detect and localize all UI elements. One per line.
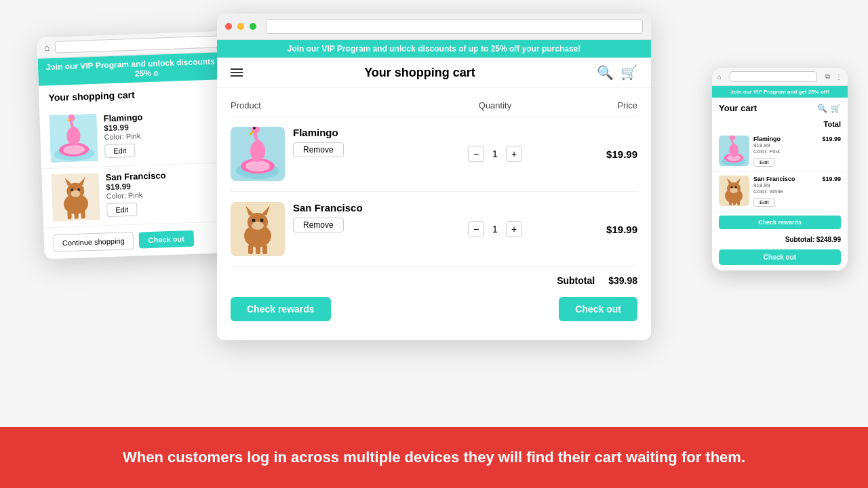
svg-rect-33 bbox=[256, 245, 260, 254]
hamburger-menu[interactable] bbox=[231, 68, 243, 77]
bottom-banner-text: When customers log in across multiple de… bbox=[123, 449, 745, 466]
right-fox-img bbox=[719, 176, 749, 206]
right-checkout-button[interactable]: Check out bbox=[719, 249, 841, 265]
center-addressbar[interactable] bbox=[266, 19, 643, 34]
right-menu-icon: ⋮ bbox=[835, 73, 842, 81]
right-cart-icon[interactable]: 🛒 bbox=[831, 104, 841, 113]
sanfrancisco-qty-increase[interactable]: + bbox=[506, 221, 522, 237]
left-checkout-button[interactable]: Check out bbox=[138, 230, 194, 249]
right-home-icon: ⌂ bbox=[717, 73, 722, 81]
svg-rect-49 bbox=[729, 201, 732, 205]
left-addressbar[interactable] bbox=[55, 35, 225, 54]
cart-subtotal: Subtotal $39.98 bbox=[231, 267, 637, 291]
sanfrancisco-info: San Francisco Remove bbox=[293, 202, 363, 232]
sanfrancisco-qty-cell: − 1 + bbox=[434, 221, 556, 237]
svg-point-31 bbox=[260, 219, 264, 222]
flamingo-qty-cell: − 1 + bbox=[434, 146, 556, 162]
cart-table-header: Product Quantity Price bbox=[231, 95, 637, 117]
right-tab-count: ⧉ bbox=[825, 73, 830, 81]
right-titlebar: ⌂ ⧉ ⋮ bbox=[712, 68, 848, 86]
center-vip-banner: Join our VIP Program and unlock discount… bbox=[217, 40, 651, 58]
continue-shopping-button[interactable]: Continue shopping bbox=[54, 232, 134, 252]
right-cart-header: Your cart 🔍 🛒 bbox=[712, 98, 848, 119]
center-titlebar bbox=[217, 14, 651, 40]
svg-point-23 bbox=[253, 127, 256, 129]
right-addressbar[interactable] bbox=[730, 71, 817, 82]
svg-point-21 bbox=[250, 140, 265, 162]
sanfrancisco-product-cell: San Francisco Remove bbox=[231, 202, 434, 256]
center-fox-img bbox=[231, 202, 285, 256]
right-flamingo-edit-button[interactable]: Edit bbox=[753, 158, 775, 167]
flamingo-qty-value: 1 bbox=[488, 148, 502, 159]
left-fox-img bbox=[51, 173, 100, 222]
cart-icon[interactable]: 🛒 bbox=[620, 64, 637, 81]
svg-rect-50 bbox=[733, 201, 736, 205]
subtotal-label: Subtotal bbox=[557, 275, 595, 286]
cart-row-sanfrancisco: San Francisco Remove − 1 + $19.99 bbox=[231, 192, 637, 267]
right-subtotal: Subtotal: $248.99 bbox=[712, 233, 848, 246]
home-icon: ⌂ bbox=[44, 42, 50, 53]
right-flamingo-img bbox=[719, 136, 749, 166]
svg-point-29 bbox=[252, 222, 264, 230]
subtotal-value: $39.98 bbox=[608, 275, 637, 286]
col-price-header: Price bbox=[556, 100, 637, 110]
right-flamingo-item: Flamingo $19.99 $19.99 Color: Pink Edit bbox=[712, 131, 848, 171]
svg-rect-15 bbox=[74, 211, 78, 219]
check-rewards-button[interactable]: Check rewards bbox=[231, 297, 331, 321]
right-cart-icons: 🔍 🛒 bbox=[817, 104, 841, 113]
main-area: ⌂ 2 ⋮ Join our VIP Program and unlock di… bbox=[0, 0, 868, 427]
right-vip-banner: Join our VIP Program and get 25% off! bbox=[712, 86, 848, 98]
right-fox-info: San Francisco $19.99 $19.99 Color: White… bbox=[753, 176, 841, 207]
svg-rect-34 bbox=[262, 245, 267, 254]
flamingo-info: Flamingo Remove bbox=[293, 127, 344, 157]
col-product-header: Product bbox=[231, 100, 434, 110]
center-nav: Your shopping cart 🔍 🛒 bbox=[217, 58, 651, 88]
cart-actions: Check rewards Check out bbox=[231, 291, 637, 327]
flamingo-qty-decrease[interactable]: − bbox=[468, 146, 484, 162]
flamingo-product-cell: Flamingo Remove bbox=[231, 127, 434, 181]
search-icon[interactable]: 🔍 bbox=[597, 64, 614, 81]
svg-point-30 bbox=[252, 219, 256, 222]
right-fox-item: San Francisco $19.99 $19.99 Color: White… bbox=[712, 171, 848, 211]
right-cart-title: Your cart bbox=[719, 103, 757, 113]
dot-green bbox=[250, 23, 256, 30]
svg-point-46 bbox=[730, 188, 738, 193]
sanfrancisco-price-cell: $19.99 bbox=[556, 224, 637, 235]
left-fox-edit-button[interactable]: Edit bbox=[106, 203, 138, 218]
svg-rect-51 bbox=[737, 201, 740, 205]
svg-rect-32 bbox=[248, 245, 253, 254]
svg-rect-14 bbox=[67, 211, 71, 219]
dot-yellow bbox=[237, 23, 244, 30]
cart-table: Product Quantity Price bbox=[217, 88, 651, 340]
right-fox-edit-button[interactable]: Edit bbox=[753, 198, 775, 207]
center-checkout-button[interactable]: Check out bbox=[559, 297, 637, 321]
sanfrancisco-qty-value: 1 bbox=[488, 224, 502, 235]
flamingo-qty-increase[interactable]: + bbox=[506, 146, 522, 162]
sanfrancisco-qty-decrease[interactable]: − bbox=[468, 221, 484, 237]
svg-rect-16 bbox=[81, 210, 85, 218]
left-flamingo-img bbox=[49, 114, 98, 163]
svg-point-48 bbox=[735, 186, 737, 188]
flamingo-remove-button[interactable]: Remove bbox=[293, 142, 344, 157]
bottom-banner: When customers log in across multiple de… bbox=[0, 427, 868, 488]
center-cart-title: Your shopping cart bbox=[243, 66, 597, 80]
sanfrancisco-remove-button[interactable]: Remove bbox=[293, 218, 344, 232]
center-flamingo-img bbox=[231, 127, 285, 181]
col-qty-header: Quantity bbox=[434, 100, 556, 110]
center-browser: Join our VIP Program and unlock discount… bbox=[217, 14, 651, 340]
right-total-row: Total bbox=[712, 119, 848, 131]
cart-row-flamingo: Flamingo Remove − 1 + $19.99 bbox=[231, 117, 637, 192]
right-browser: ⌂ ⧉ ⋮ Join our VIP Program and get 25% o… bbox=[712, 68, 848, 270]
nav-icons: 🔍 🛒 bbox=[597, 64, 637, 81]
dot-red bbox=[225, 23, 232, 30]
right-flamingo-info: Flamingo $19.99 $19.99 Color: Pink Edit bbox=[753, 136, 841, 167]
right-check-rewards-button[interactable]: Check rewards bbox=[719, 216, 841, 229]
left-flamingo-edit-button[interactable]: Edit bbox=[104, 144, 136, 159]
svg-point-20 bbox=[245, 161, 270, 171]
right-search-icon[interactable]: 🔍 bbox=[817, 104, 827, 113]
svg-point-47 bbox=[731, 186, 733, 188]
flamingo-price-cell: $19.99 bbox=[556, 148, 637, 160]
